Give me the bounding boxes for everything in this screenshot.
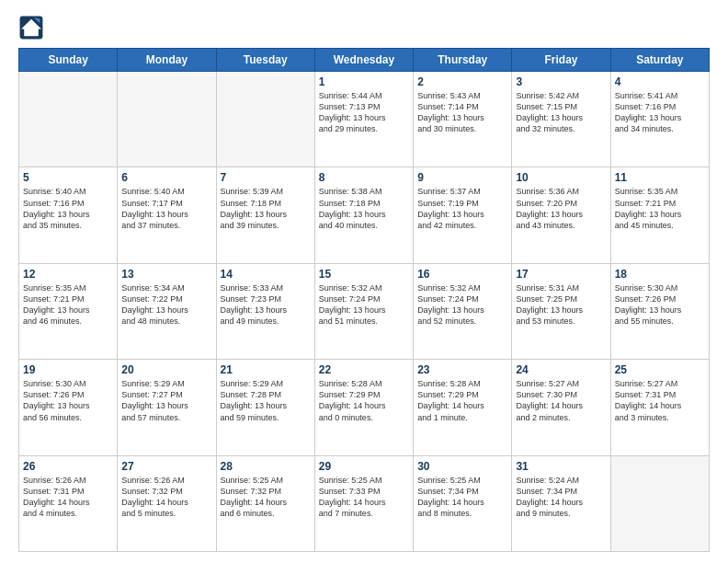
day-number: 5 [23,171,113,184]
calendar-cell: 20Sunrise: 5:29 AM Sunset: 7:27 PM Dayli… [118,360,216,455]
day-info: Sunrise: 5:42 AM Sunset: 7:15 PM Dayligh… [516,90,606,135]
day-number: 20 [121,363,211,376]
calendar-header-row: SundayMondayTuesdayWednesdayThursdayFrid… [19,49,710,72]
day-number: 25 [615,363,705,376]
calendar-week-row: 1Sunrise: 5:44 AM Sunset: 7:13 PM Daylig… [19,72,710,167]
calendar-cell [118,72,216,167]
day-number: 21 [221,363,311,376]
day-number: 3 [516,75,606,88]
day-info: Sunrise: 5:31 AM Sunset: 7:25 PM Dayligh… [516,282,606,327]
day-number: 16 [417,268,507,281]
day-number: 27 [121,460,211,473]
day-number: 9 [417,171,507,184]
calendar-cell: 5Sunrise: 5:40 AM Sunset: 7:16 PM Daylig… [19,167,118,263]
day-info: Sunrise: 5:26 AM Sunset: 7:31 PM Dayligh… [23,475,113,520]
day-info: Sunrise: 5:39 AM Sunset: 7:18 PM Dayligh… [221,186,311,231]
day-info: Sunrise: 5:25 AM Sunset: 7:34 PM Dayligh… [417,475,507,520]
day-info: Sunrise: 5:36 AM Sunset: 7:20 PM Dayligh… [516,186,606,231]
day-info: Sunrise: 5:29 AM Sunset: 7:27 PM Dayligh… [121,378,211,423]
day-info: Sunrise: 5:25 AM Sunset: 7:32 PM Dayligh… [221,475,311,520]
calendar-cell: 13Sunrise: 5:34 AM Sunset: 7:22 PM Dayli… [118,263,216,359]
calendar-cell: 14Sunrise: 5:33 AM Sunset: 7:23 PM Dayli… [216,263,314,359]
day-info: Sunrise: 5:35 AM Sunset: 7:21 PM Dayligh… [615,186,705,231]
day-number: 10 [516,171,606,184]
day-info: Sunrise: 5:30 AM Sunset: 7:26 PM Dayligh… [23,378,113,423]
calendar-cell: 24Sunrise: 5:27 AM Sunset: 7:30 PM Dayli… [512,360,610,455]
day-number: 11 [615,171,705,184]
calendar-cell: 3Sunrise: 5:42 AM Sunset: 7:15 PM Daylig… [512,72,610,167]
calendar-cell [610,455,709,551]
day-number: 8 [319,171,409,184]
day-number: 13 [121,268,211,281]
day-info: Sunrise: 5:40 AM Sunset: 7:16 PM Dayligh… [23,186,113,231]
calendar-week-row: 26Sunrise: 5:26 AM Sunset: 7:31 PM Dayli… [19,455,710,551]
day-info: Sunrise: 5:25 AM Sunset: 7:33 PM Dayligh… [319,475,409,520]
calendar-cell: 6Sunrise: 5:40 AM Sunset: 7:17 PM Daylig… [118,167,216,263]
day-info: Sunrise: 5:33 AM Sunset: 7:23 PM Dayligh… [221,282,311,327]
day-number: 1 [319,75,409,88]
calendar-dow-thursday: Thursday [414,49,512,72]
calendar-table: SundayMondayTuesdayWednesdayThursdayFrid… [18,48,710,552]
day-info: Sunrise: 5:29 AM Sunset: 7:28 PM Dayligh… [221,378,311,423]
calendar-cell: 1Sunrise: 5:44 AM Sunset: 7:13 PM Daylig… [314,72,413,167]
day-info: Sunrise: 5:34 AM Sunset: 7:22 PM Dayligh… [121,282,211,327]
day-info: Sunrise: 5:30 AM Sunset: 7:26 PM Dayligh… [615,282,705,327]
calendar-cell: 31Sunrise: 5:24 AM Sunset: 7:34 PM Dayli… [512,455,610,551]
day-number: 7 [221,171,311,184]
calendar-cell: 7Sunrise: 5:39 AM Sunset: 7:18 PM Daylig… [216,167,314,263]
day-info: Sunrise: 5:28 AM Sunset: 7:29 PM Dayligh… [319,378,409,423]
calendar-cell: 4Sunrise: 5:41 AM Sunset: 7:16 PM Daylig… [610,72,709,167]
day-number: 28 [221,460,311,473]
calendar-cell: 10Sunrise: 5:36 AM Sunset: 7:20 PM Dayli… [512,167,610,263]
calendar-cell: 28Sunrise: 5:25 AM Sunset: 7:32 PM Dayli… [216,455,314,551]
day-number: 31 [516,460,606,473]
day-number: 30 [417,460,507,473]
day-number: 18 [615,268,705,281]
calendar-cell: 25Sunrise: 5:27 AM Sunset: 7:31 PM Dayli… [610,360,709,455]
calendar-cell: 17Sunrise: 5:31 AM Sunset: 7:25 PM Dayli… [512,263,610,359]
day-info: Sunrise: 5:38 AM Sunset: 7:18 PM Dayligh… [319,186,409,231]
calendar-dow-monday: Monday [118,49,216,72]
day-number: 26 [23,460,113,473]
calendar-cell [19,72,118,167]
page: SundayMondayTuesdayWednesdayThursdayFrid… [0,0,728,563]
day-info: Sunrise: 5:32 AM Sunset: 7:24 PM Dayligh… [319,282,409,327]
day-number: 24 [516,363,606,376]
calendar-cell: 2Sunrise: 5:43 AM Sunset: 7:14 PM Daylig… [414,72,512,167]
calendar-dow-wednesday: Wednesday [314,49,413,72]
calendar-cell: 26Sunrise: 5:26 AM Sunset: 7:31 PM Dayli… [19,455,118,551]
day-info: Sunrise: 5:37 AM Sunset: 7:19 PM Dayligh… [417,186,507,231]
day-info: Sunrise: 5:27 AM Sunset: 7:31 PM Dayligh… [615,378,705,423]
calendar-week-row: 12Sunrise: 5:35 AM Sunset: 7:21 PM Dayli… [19,263,710,359]
calendar-dow-sunday: Sunday [19,49,118,72]
calendar-dow-friday: Friday [512,49,610,72]
calendar-cell: 19Sunrise: 5:30 AM Sunset: 7:26 PM Dayli… [19,360,118,455]
calendar-cell: 11Sunrise: 5:35 AM Sunset: 7:21 PM Dayli… [610,167,709,263]
calendar-cell: 12Sunrise: 5:35 AM Sunset: 7:21 PM Dayli… [19,263,118,359]
calendar-cell: 22Sunrise: 5:28 AM Sunset: 7:29 PM Dayli… [314,360,413,455]
day-info: Sunrise: 5:44 AM Sunset: 7:13 PM Dayligh… [319,90,409,135]
day-info: Sunrise: 5:26 AM Sunset: 7:32 PM Dayligh… [121,475,211,520]
calendar-cell: 23Sunrise: 5:28 AM Sunset: 7:29 PM Dayli… [414,360,512,455]
day-number: 15 [319,268,409,281]
day-info: Sunrise: 5:28 AM Sunset: 7:29 PM Dayligh… [417,378,507,423]
day-number: 17 [516,268,606,281]
calendar-cell: 16Sunrise: 5:32 AM Sunset: 7:24 PM Dayli… [414,263,512,359]
day-info: Sunrise: 5:35 AM Sunset: 7:21 PM Dayligh… [23,282,113,327]
day-info: Sunrise: 5:41 AM Sunset: 7:16 PM Dayligh… [615,90,705,135]
calendar-cell: 9Sunrise: 5:37 AM Sunset: 7:19 PM Daylig… [414,167,512,263]
calendar-dow-saturday: Saturday [610,49,709,72]
header [18,15,710,40]
calendar-cell: 8Sunrise: 5:38 AM Sunset: 7:18 PM Daylig… [314,167,413,263]
calendar-week-row: 19Sunrise: 5:30 AM Sunset: 7:26 PM Dayli… [19,360,710,455]
day-info: Sunrise: 5:40 AM Sunset: 7:17 PM Dayligh… [121,186,211,231]
day-info: Sunrise: 5:27 AM Sunset: 7:30 PM Dayligh… [516,378,606,423]
day-number: 14 [221,268,311,281]
day-info: Sunrise: 5:32 AM Sunset: 7:24 PM Dayligh… [417,282,507,327]
calendar-cell: 27Sunrise: 5:26 AM Sunset: 7:32 PM Dayli… [118,455,216,551]
calendar-cell: 18Sunrise: 5:30 AM Sunset: 7:26 PM Dayli… [610,263,709,359]
day-number: 4 [615,75,705,88]
calendar-cell: 30Sunrise: 5:25 AM Sunset: 7:34 PM Dayli… [414,455,512,551]
logo-icon [18,15,44,40]
day-number: 23 [417,363,507,376]
